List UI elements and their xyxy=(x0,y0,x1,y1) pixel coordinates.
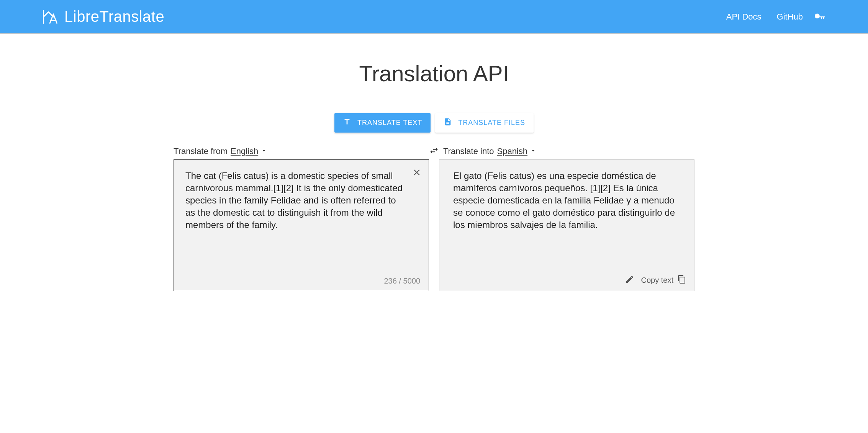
into-label: Translate into xyxy=(443,146,494,156)
swap-icon xyxy=(429,146,439,157)
tab-translate-files[interactable]: TRANSLATE FILES xyxy=(435,113,534,133)
target-actions: Copy text xyxy=(625,275,686,285)
brand-title: LibreTranslate xyxy=(64,8,164,25)
api-key-icon[interactable] xyxy=(814,11,826,23)
navbar: LibreTranslate API Docs GitHub xyxy=(0,0,868,34)
tab-translate-text[interactable]: TRANSLATE TEXT xyxy=(334,113,431,133)
source-language-value: English xyxy=(231,146,258,156)
target-language-value: Spanish xyxy=(497,146,527,156)
copy-text-button[interactable]: Copy text xyxy=(641,275,686,285)
copy-icon xyxy=(677,275,686,285)
swap-languages-button[interactable] xyxy=(426,146,442,157)
nav-link-api-docs[interactable]: API Docs xyxy=(726,12,762,22)
close-icon xyxy=(412,172,422,179)
clear-source-button[interactable] xyxy=(412,167,422,179)
logo-icon xyxy=(42,8,59,25)
char-count: 236 / 5000 xyxy=(384,277,420,285)
source-language-select[interactable]: English xyxy=(231,146,267,156)
main: Translation API TRANSLATE TEXT TRANSLATE… xyxy=(166,61,702,291)
copy-label: Copy text xyxy=(641,276,673,285)
title-icon xyxy=(343,118,351,128)
source-lang-block: Translate from English xyxy=(174,146,425,156)
target-lang-block: Translate into Spanish xyxy=(443,146,694,156)
tabs: TRANSLATE TEXT TRANSLATE FILES xyxy=(174,113,694,133)
target-panel: El gato (Felis catus) es una especie dom… xyxy=(439,159,694,291)
translation-panels: 236 / 5000 El gato (Felis catus) es una … xyxy=(174,159,694,291)
from-label: Translate from xyxy=(174,146,228,156)
nav-link-github[interactable]: GitHub xyxy=(777,12,803,22)
chevron-down-icon xyxy=(260,146,267,156)
target-language-select[interactable]: Spanish xyxy=(497,146,537,156)
tab-label: TRANSLATE FILES xyxy=(458,119,525,127)
edit-translation-button[interactable] xyxy=(625,275,634,285)
brand[interactable]: LibreTranslate xyxy=(42,8,164,25)
target-output: El gato (Felis catus) es una especie dom… xyxy=(439,160,694,254)
file-icon xyxy=(444,118,452,128)
pencil-icon xyxy=(625,275,634,285)
language-row: Translate from English Translate into Sp… xyxy=(174,146,694,157)
source-textarea[interactable] xyxy=(174,160,429,291)
source-panel: 236 / 5000 xyxy=(174,159,429,291)
page-title: Translation API xyxy=(174,61,694,86)
tab-label: TRANSLATE TEXT xyxy=(357,119,422,127)
chevron-down-icon xyxy=(530,146,537,156)
